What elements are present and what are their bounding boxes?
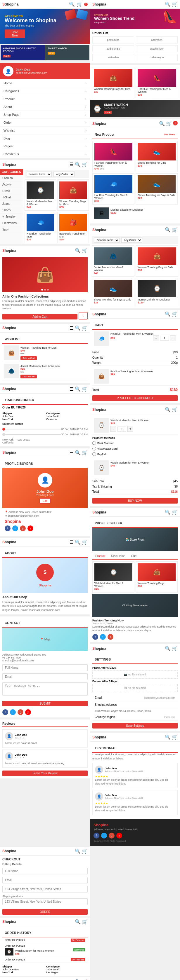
r4-prod-2[interactable]: 👜 Women Trending Bag for Girls $35 <box>136 245 178 277</box>
search-icon-r4[interactable]: 🔍 <box>165 227 170 232</box>
shipping-address-input[interactable] <box>2 898 88 905</box>
cart-icon-6[interactable]: 🛒 <box>82 386 88 392</box>
cat-dress[interactable]: Dress <box>0 188 23 194</box>
wishlist-item-2[interactable]: 🧥 Jacket Modern for Men & Women $45 $70 … <box>2 362 88 380</box>
nav-about[interactable]: About› <box>0 103 90 111</box>
search-icon-3[interactable]: 🔍 <box>75 162 80 167</box>
search-icon-r3[interactable]: 🔍 <box>159 121 165 126</box>
banner-upload-area[interactable]: 🖼 No file selected <box>92 684 178 692</box>
r4-prod-4[interactable]: ⌚ Monitor 24inch for Designer $120 <box>136 278 178 306</box>
show-r4[interactable]: Any Order <box>121 237 142 243</box>
order-row-2[interactable]: Order ID: #90524 ⌚ Watch Modern for Men … <box>2 943 88 957</box>
cat-fashion[interactable]: Fashion <box>0 175 23 181</box>
search-icon-r8[interactable]: 🔍 <box>165 646 170 651</box>
contact-tw[interactable]: t <box>10 709 16 715</box>
facebook-link[interactable]: f <box>5 525 11 531</box>
women-prod-1[interactable]: 👜 Women Trending Bags for Girls $35 <box>92 67 134 98</box>
cart-icon-8[interactable]: 🛒 <box>82 539 88 545</box>
leave-review-button[interactable]: Leave Your Review <box>2 770 88 776</box>
dot-3[interactable] <box>47 289 49 291</box>
sort-r4[interactable]: General Items <box>94 237 119 243</box>
nav-order[interactable]: Order› <box>0 119 90 127</box>
contact-fb[interactable]: f <box>2 709 8 715</box>
cart-icon-5[interactable]: 🛒 <box>82 325 88 331</box>
cart-icon-r6[interactable]: 🛒 <box>172 407 178 412</box>
order-button[interactable]: ORDER <box>2 909 88 915</box>
nav-shop[interactable]: Shop Page› <box>0 111 90 119</box>
checkout-button[interactable]: PROCEED TO CHECKOUT <box>92 395 178 401</box>
product-qty-input[interactable] <box>117 426 126 431</box>
tab-discussion[interactable]: Discussion <box>108 553 128 559</box>
footer-gp[interactable]: g <box>109 833 114 838</box>
search-icon-7[interactable]: 🔍 <box>75 450 80 455</box>
nav-product[interactable]: Product› <box>0 95 90 103</box>
menu-icon-7[interactable]: ☰ <box>69 450 74 455</box>
search-icon-6[interactable]: 🔍 <box>75 386 80 392</box>
search-icon-r1[interactable]: 🔍 <box>165 2 170 7</box>
youtube-link[interactable]: y <box>27 525 33 531</box>
footer-tw[interactable]: t <box>101 833 107 838</box>
qty-plus-1[interactable]: + <box>170 335 176 341</box>
plugin-codecanyon[interactable]: codecanyon <box>136 54 178 61</box>
cart-icon-r5[interactable]: 🛒 <box>172 311 178 317</box>
settings-save-button[interactable]: Save Settings <box>92 723 178 729</box>
plugin-graphicriver[interactable]: graphicriver <box>136 45 178 52</box>
nav-wishlist[interactable]: Wishlist› <box>0 127 90 135</box>
show-select[interactable]: Any Order <box>53 172 74 177</box>
product-qty-minus[interactable]: - <box>111 426 116 432</box>
nav-pages[interactable]: Pages› <box>0 142 90 150</box>
wishlist-button[interactable]: ♡ <box>79 312 88 320</box>
plugin-photodune[interactable]: photodune <box>92 37 134 43</box>
new-prod-4[interactable]: 👟 Shoes Trending for Boys & Girls $28 <box>136 173 178 205</box>
plugin-activeden2[interactable]: activeden <box>92 54 134 61</box>
qty-minus-1[interactable]: - <box>153 335 159 341</box>
visa-radio[interactable] <box>92 447 96 450</box>
seller-tw[interactable]: t <box>100 634 106 640</box>
cat-electronics[interactable]: Electronics <box>0 220 23 226</box>
cat-sport[interactable]: Sport <box>0 226 23 233</box>
contact-name-input[interactable] <box>2 664 88 671</box>
cart-item-1[interactable]: 🧢 Hot Blue Trending for Men & Women $99 … <box>92 330 178 348</box>
billing-email-input[interactable] <box>2 877 88 883</box>
cat-activity[interactable]: Activity <box>0 181 23 188</box>
contact-submit-button[interactable]: SUBMIT <box>2 701 88 706</box>
twitter-link[interactable]: t <box>12 525 18 531</box>
menu-icon-3[interactable]: ☰ <box>69 162 74 167</box>
payment-visa[interactable]: Visa/Master Card <box>92 446 178 451</box>
search-icon[interactable]: 🔍 <box>69 2 75 7</box>
cart-icon[interactable]: 🛒 <box>77 2 82 7</box>
payment-bank[interactable]: Bank Transfer <box>92 440 178 446</box>
payment-paypal[interactable]: PayPal <box>92 451 178 457</box>
product-bag-women[interactable]: 👜 Women Trending Bags for Girls $35 <box>57 180 89 211</box>
cat-jewelry[interactable]: ♦ Jewelry <box>0 213 23 220</box>
cat-shoes[interactable]: Shoes <box>0 207 23 213</box>
checkout-cart-icon[interactable]: 🛒 <box>82 848 88 854</box>
cart-item-2[interactable]: 👜 Fashion Trending for Men & Women $99 <box>92 368 178 386</box>
new-prod-1[interactable]: 👠 Fashion Trending for Men & Women $45 $… <box>92 141 134 172</box>
nav-home[interactable]: Home› <box>0 80 90 87</box>
search-icon-r6[interactable]: 🔍 <box>165 407 170 412</box>
cart-icon-r9[interactable]: 🛒 <box>172 734 178 740</box>
contact-email-input[interactable] <box>2 673 88 680</box>
contact-gp[interactable]: g <box>18 709 23 715</box>
plugin-audiojungle[interactable]: audiojungle <box>92 45 134 52</box>
cat-jeans[interactable]: Jeans <box>0 201 23 207</box>
cart-icon-r7[interactable]: 🛒 <box>172 509 178 515</box>
wishlist-item-1[interactable]: 👜 Women Travelling Bag for Men $40 $65 A… <box>2 344 88 362</box>
nav-contact[interactable]: Contact us› <box>0 150 90 158</box>
search-icon-r5[interactable]: 🔍 <box>165 311 170 317</box>
cart-icon-4[interactable]: 🛒 <box>82 248 88 253</box>
blog-search-icon[interactable]: 🔍 <box>75 979 80 980</box>
seller-gp[interactable]: g <box>108 634 113 640</box>
new-prod-3[interactable]: 🧢 Hot Blue Trending for Men & Women $30 <box>92 173 134 205</box>
google-link[interactable]: g <box>20 525 26 531</box>
paypal-radio[interactable] <box>92 452 96 456</box>
cart-icon-r8[interactable]: 🛒 <box>172 646 178 651</box>
order-search-icon[interactable]: 🔍 <box>75 919 80 924</box>
shop-now-button[interactable]: Shop Now <box>5 29 25 38</box>
plugin-activeden[interactable]: activeden <box>136 37 178 43</box>
buy-now-button[interactable]: BUY NOW <box>92 498 178 504</box>
photo-upload-area[interactable]: 📷 No file selected <box>92 670 178 679</box>
footer-yt[interactable]: y <box>116 833 122 838</box>
order-row-1[interactable]: Order ID: #90521 On Process <box>2 937 88 943</box>
